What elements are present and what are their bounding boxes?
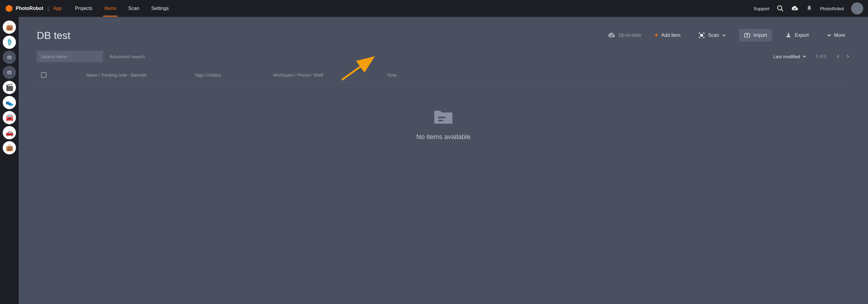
pager-text: 0 of 0 xyxy=(816,54,827,59)
divider: | xyxy=(48,5,49,12)
import-label: Import xyxy=(753,33,767,38)
topbar: PhotoRobot | App Projects Items Scan Set… xyxy=(0,0,868,17)
bell-icon[interactable] xyxy=(806,5,813,12)
user-name[interactable]: PhotoRobot xyxy=(820,6,844,11)
pager-next[interactable] xyxy=(846,54,850,59)
svg-rect-6 xyxy=(701,36,702,36)
svg-point-3 xyxy=(9,72,10,73)
qr-scan-icon xyxy=(698,32,705,39)
svg-rect-13 xyxy=(438,120,443,121)
search-input[interactable] xyxy=(41,54,98,59)
import-icon xyxy=(744,32,750,39)
page-title: DB test xyxy=(37,30,70,41)
sidebar-item-5[interactable]: 👟 xyxy=(3,96,16,109)
more-label: More xyxy=(834,33,845,38)
sidebar-item-8[interactable]: 👜 xyxy=(3,141,16,154)
more-button[interactable]: More xyxy=(822,30,850,41)
add-item-button[interactable]: + Add item xyxy=(650,29,685,41)
sidebar: 👜 🩴 🎬 👟 🚘 🚗 👜 xyxy=(0,17,19,304)
sort-label: Last modified xyxy=(773,54,800,59)
col-name[interactable]: Name / Tracking code - Barcode xyxy=(56,73,195,78)
svg-line-1 xyxy=(781,9,783,11)
export-button[interactable]: Export xyxy=(780,29,813,41)
chevron-down-icon xyxy=(827,33,831,37)
folder-empty-icon xyxy=(433,107,454,125)
sidebar-item-2[interactable] xyxy=(3,51,16,64)
empty-text: No items available xyxy=(416,133,470,141)
import-button[interactable]: Import xyxy=(739,29,772,41)
svg-point-0 xyxy=(778,6,782,10)
nav-scan[interactable]: Scan xyxy=(127,0,141,17)
cloud-sync-icon[interactable] xyxy=(791,5,798,12)
scan-button[interactable]: Scan xyxy=(693,29,730,41)
nav-settings[interactable]: Settings xyxy=(150,0,170,17)
chevron-down-icon xyxy=(722,33,726,37)
logo-icon xyxy=(5,4,13,13)
sidebar-item-4[interactable]: 🎬 xyxy=(3,81,16,94)
chevron-down-icon xyxy=(803,55,806,58)
svg-rect-5 xyxy=(702,34,703,35)
cloud-check-icon xyxy=(608,31,615,39)
svg-rect-9 xyxy=(786,36,790,37)
avatar[interactable] xyxy=(851,2,863,14)
header-actions: Up-to-date + Add item Scan xyxy=(608,29,850,41)
logo-text: PhotoRobot xyxy=(16,6,43,11)
nav: Projects Items Scan Settings xyxy=(74,0,170,17)
sidebar-item-3[interactable] xyxy=(3,66,16,79)
sync-status: Up-to-date xyxy=(608,31,641,39)
search-icon[interactable] xyxy=(777,5,784,12)
sidebar-item-7[interactable]: 🚗 xyxy=(3,126,16,139)
table-header: Name / Tracking code - Barcode Tags / Fo… xyxy=(37,67,850,83)
export-label: Export xyxy=(795,33,809,38)
empty-state: No items available xyxy=(37,107,850,141)
search-box[interactable] xyxy=(37,51,103,62)
search-row: Advanced search Last modified 0 of 0 xyxy=(37,51,850,62)
sidebar-item-6[interactable]: 🚘 xyxy=(3,111,16,124)
plus-icon: + xyxy=(654,32,658,39)
col-note[interactable]: Note xyxy=(388,73,427,78)
col-tags[interactable]: Tags / Folders xyxy=(195,73,273,78)
filter-right: Last modified 0 of 0 xyxy=(773,54,850,59)
add-item-label: Add item xyxy=(661,33,680,38)
nav-items[interactable]: Items xyxy=(103,0,117,17)
sync-status-label: Up-to-date xyxy=(618,33,641,38)
svg-rect-12 xyxy=(438,117,445,118)
col-workspace[interactable]: Workspace / Preset / Shelf xyxy=(273,73,388,78)
svg-rect-4 xyxy=(701,34,702,35)
advanced-search-link[interactable]: Advanced search xyxy=(110,54,145,59)
table-divider xyxy=(37,83,850,83)
app-label[interactable]: App xyxy=(53,6,61,11)
sidebar-item-0[interactable]: 👜 xyxy=(3,21,16,34)
logo-area[interactable]: PhotoRobot xyxy=(5,4,43,13)
select-all-checkbox[interactable] xyxy=(41,72,46,78)
export-icon xyxy=(785,32,792,39)
pager-arrows xyxy=(836,54,850,59)
support-link[interactable]: Support xyxy=(753,6,770,11)
scan-label: Scan xyxy=(708,33,719,38)
sort-dropdown[interactable]: Last modified xyxy=(773,54,806,59)
topbar-right: Support PhotoRobot xyxy=(753,2,863,14)
svg-rect-7 xyxy=(702,36,703,36)
search-icon[interactable] xyxy=(98,53,99,60)
main: DB test Up-to-date + Add item Scan xyxy=(19,17,868,153)
page-header: DB test Up-to-date + Add item Scan xyxy=(37,29,850,41)
nav-projects[interactable]: Projects xyxy=(74,0,94,17)
svg-line-11 xyxy=(98,56,99,57)
pager-prev[interactable] xyxy=(836,54,840,59)
select-all-col xyxy=(41,72,56,78)
sidebar-item-1[interactable]: 🩴 xyxy=(3,36,16,49)
svg-point-2 xyxy=(9,57,10,58)
